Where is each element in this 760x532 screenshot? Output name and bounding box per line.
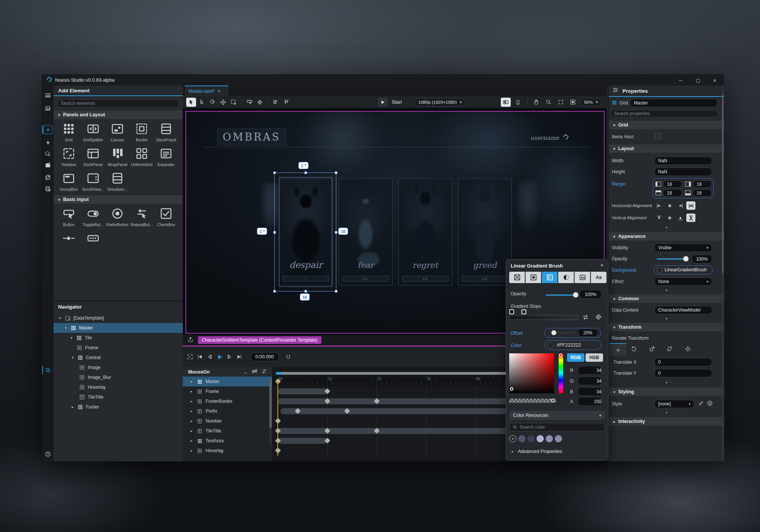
margin-badge-right[interactable]: 16: [338, 228, 348, 235]
timeline-hscrollbar-page[interactable]: [276, 372, 282, 375]
v-align-bottom-button[interactable]: [676, 214, 685, 222]
offset-value[interactable]: 20%: [578, 329, 598, 337]
pages-icon[interactable]: [43, 173, 52, 182]
height-field[interactable]: NaN: [654, 168, 712, 176]
palette-item-virtualizing[interactable]: Virtualizin...: [105, 171, 130, 192]
section-panels-layout[interactable]: ▾Panels and Layout: [54, 111, 183, 119]
alpha-cursor[interactable]: [551, 399, 554, 402]
palette-swatch[interactable]: [537, 435, 544, 442]
maximize-button[interactable]: ▢: [692, 75, 704, 86]
add-style-icon[interactable]: [707, 400, 713, 408]
breadcrumb-template-badge[interactable]: CharacterGridItemTemplate (ContentPresen…: [198, 336, 321, 344]
v-align-center-button[interactable]: [665, 214, 674, 222]
style-tool-button[interactable]: [255, 98, 265, 107]
opacity-value[interactable]: 100%: [580, 290, 602, 299]
expand-more-chevron[interactable]: ▾: [609, 380, 724, 385]
tile-regret[interactable]: regret 03: [398, 179, 452, 285]
track-row-hoverlay[interactable]: ▸Hoverlay: [183, 446, 272, 456]
scale-tab[interactable]: [649, 346, 655, 353]
step-forward-icon[interactable]: [225, 353, 234, 361]
palette-item-groupbox[interactable]: GroupBox: [57, 171, 81, 192]
track-row-prefix[interactable]: ▸Prefix: [183, 406, 272, 416]
menu-icon[interactable]: [43, 91, 52, 100]
tile-greed[interactable]: greed 04: [458, 179, 512, 285]
step-back-icon[interactable]: [206, 353, 214, 361]
start-play-button[interactable]: [378, 98, 388, 107]
selection-adorner[interactable]: [274, 173, 336, 291]
grid-col-badge-left[interactable]: 1 *: [257, 228, 267, 235]
track-row-textarea[interactable]: ▸TextArea: [183, 436, 272, 446]
opacity-slider[interactable]: [546, 294, 576, 296]
brush-linear-gradient-button[interactable]: [542, 272, 557, 283]
brush-radial-gradient-button[interactable]: [558, 272, 574, 283]
resolution-dropdown[interactable]: 1080p (1920×1080)▾: [414, 98, 466, 106]
expand-more-chevron[interactable]: ▾: [609, 288, 724, 292]
hsb-tab[interactable]: HSB: [586, 353, 603, 362]
translate-x-field[interactable]: 0: [654, 358, 712, 366]
section-appearance[interactable]: ▾Appearance: [609, 232, 724, 241]
snap-magnet-icon[interactable]: [284, 353, 293, 361]
tree-item-tile[interactable]: ▾Tile: [54, 333, 183, 343]
opacity-slider-knob[interactable]: [683, 256, 689, 261]
track-row-frame[interactable]: ▸Frame: [183, 386, 272, 396]
selection-tool-button[interactable]: [186, 98, 196, 107]
hue-cursor[interactable]: [559, 353, 562, 357]
margin-left-field[interactable]: 16: [663, 180, 682, 188]
palette-item-repeatbutton[interactable]: RepeatBut...: [130, 206, 154, 227]
track-list-scrollbar[interactable]: [269, 378, 272, 446]
storyboard-row[interactable]: MouseOn →: [183, 367, 272, 377]
data-icon[interactable]: [43, 184, 52, 193]
opacity-slider-knob[interactable]: [573, 292, 578, 298]
brush-solid-button[interactable]: [526, 272, 541, 283]
advanced-properties-expander[interactable]: ▸Advanced Properties: [511, 449, 562, 454]
tab-close-icon[interactable]: ×: [218, 89, 220, 94]
margin-top-field[interactable]: 16: [663, 189, 682, 196]
v-align-top-button[interactable]: [654, 214, 663, 222]
track-row-footerborder[interactable]: ▸FooterBorder: [183, 396, 272, 406]
tree-item-central[interactable]: ▾Central: [54, 353, 183, 363]
data-context-field[interactable]: CharacterViewModel: [654, 306, 712, 314]
h-align-center-button[interactable]: [665, 201, 674, 210]
tab-master-xaml[interactable]: Master.xaml* ×: [185, 86, 228, 96]
sort-icon[interactable]: [261, 369, 267, 375]
tree-item-hoverlay[interactable]: Hoverlay: [54, 382, 183, 392]
visibility-dropdown[interactable]: Visible▾: [654, 244, 712, 252]
properties-scrollbar[interactable]: [722, 86, 724, 461]
sv-cursor[interactable]: [510, 387, 513, 391]
flash-icon[interactable]: [43, 138, 52, 147]
zoom-search-icon[interactable]: [544, 98, 554, 107]
fit-view-icon[interactable]: [568, 98, 578, 107]
move-tool-button[interactable]: [218, 98, 228, 107]
palette-item-togglebutton[interactable]: ToggleBut...: [81, 206, 105, 227]
properties-search-box[interactable]: [611, 110, 718, 117]
section-styling[interactable]: ▾Styling: [609, 388, 724, 396]
help-icon[interactable]: [43, 450, 52, 459]
resize-handle[interactable]: [273, 231, 276, 234]
brush-null-button[interactable]: [509, 272, 525, 283]
channel-b-field[interactable]: 34: [578, 387, 602, 396]
portrait-view-button[interactable]: [513, 98, 523, 107]
style-dropdown[interactable]: [none]▾: [654, 400, 694, 408]
element-name-field[interactable]: Master: [630, 99, 717, 107]
skip-end-icon[interactable]: [235, 353, 244, 361]
track-row-number[interactable]: ▸Number: [183, 416, 272, 426]
expand-more-chevron[interactable]: ▾: [609, 317, 724, 321]
close-button[interactable]: ×: [709, 75, 720, 86]
palette-item-border[interactable]: Border: [130, 121, 154, 142]
palette-item-checkbox[interactable]: CheckBox: [154, 206, 178, 227]
palette-swatch[interactable]: [546, 435, 553, 442]
offset-control[interactable]: 20%: [544, 328, 601, 338]
pen-tool-button[interactable]: [207, 98, 217, 107]
palette-item-grid[interactable]: Grid: [57, 121, 81, 142]
opacity-slider[interactable]: [657, 258, 685, 260]
gradient-stop-2[interactable]: [521, 309, 526, 314]
palette-item-scrollviewer[interactable]: ScrollView...: [81, 171, 105, 192]
rotate-tab[interactable]: [631, 346, 637, 353]
track-row-tiletitle[interactable]: ▸TileTitle: [183, 426, 272, 436]
gradient-stop-1[interactable]: [509, 309, 514, 314]
rgb-tab[interactable]: RGB: [567, 353, 584, 362]
palette-item-button[interactable]: Button: [57, 206, 81, 227]
channel-a-field[interactable]: 255: [578, 397, 602, 406]
h-align-right-button[interactable]: [676, 201, 685, 210]
align-top-icon[interactable]: [281, 98, 291, 107]
